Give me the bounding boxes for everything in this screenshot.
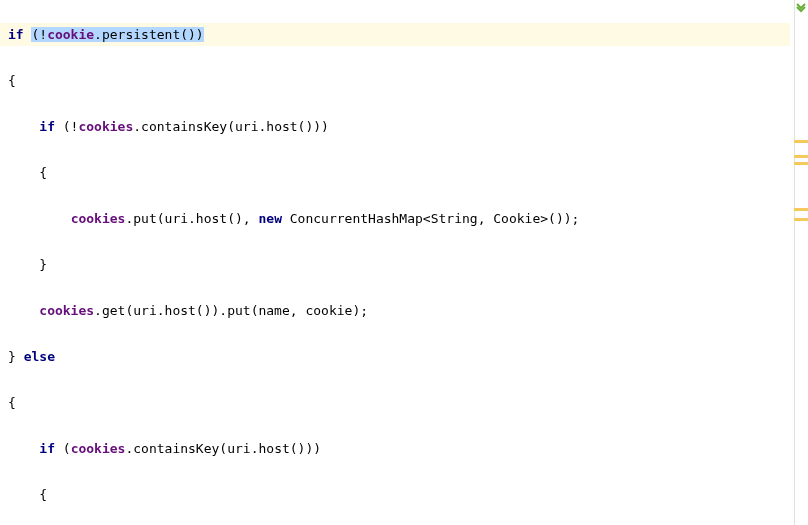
marker-bar[interactable]	[794, 0, 808, 525]
warning-marker[interactable]	[794, 140, 808, 143]
warning-marker[interactable]	[794, 155, 808, 158]
code-line[interactable]: cookies.get(uri.host()).put(name, cookie…	[0, 299, 790, 322]
selection: (!cookie.persistent())	[31, 27, 203, 42]
code-editor[interactable]: if (!cookie.persistent()) { if (!cookies…	[0, 0, 790, 525]
code-line[interactable]: if (!cookies.containsKey(uri.host()))	[0, 115, 790, 138]
code-line[interactable]: {	[0, 69, 790, 92]
warning-marker[interactable]	[794, 208, 808, 211]
code-line[interactable]: cookies.put(uri.host(), new ConcurrentHa…	[0, 207, 790, 230]
code-line[interactable]: if (!cookie.persistent())	[0, 23, 790, 46]
code-line[interactable]: }	[0, 253, 790, 276]
code-line[interactable]: {	[0, 161, 790, 184]
warning-marker[interactable]	[794, 162, 808, 165]
code-line[interactable]: {	[0, 483, 790, 506]
code-line[interactable]: if (cookies.containsKey(uri.host()))	[0, 437, 790, 460]
chevron-down-icon[interactable]	[795, 1, 807, 13]
code-line[interactable]: {	[0, 391, 790, 414]
warning-marker[interactable]	[794, 218, 808, 221]
code-line[interactable]: } else	[0, 345, 790, 368]
keyword-if: if	[8, 27, 24, 42]
